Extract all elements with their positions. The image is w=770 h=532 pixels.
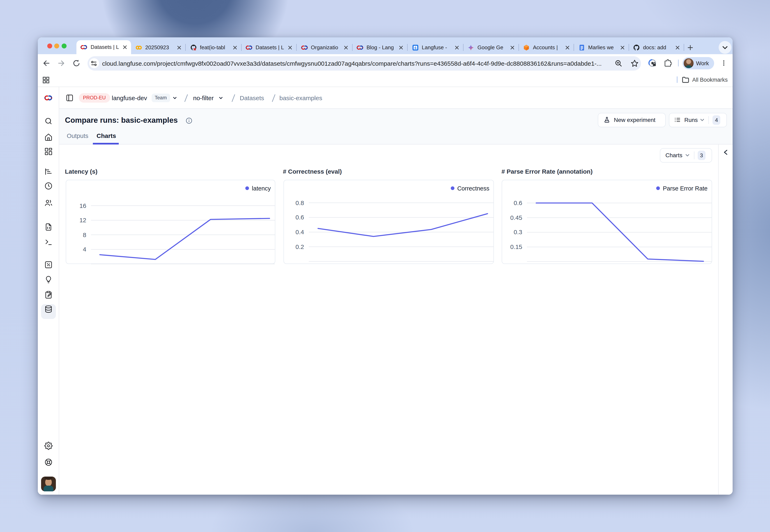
svg-text:6: 6	[414, 46, 416, 49]
